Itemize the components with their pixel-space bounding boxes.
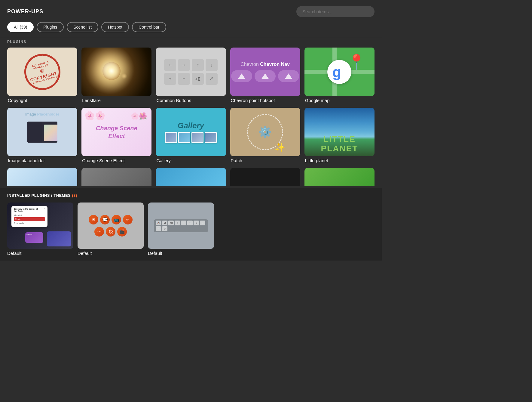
lens-flare-glow xyxy=(102,62,121,80)
ctrl-btn-edit: ✏ xyxy=(123,215,133,224)
partial-thumb-3 xyxy=(156,168,226,186)
plugin-thumb-image-placeholder: Image Placeholder xyxy=(7,108,77,156)
scene-popup-item-diamonds: Diamonds xyxy=(14,221,45,225)
ctrl-btn-screen: 📺 xyxy=(112,215,121,224)
plugin-label-lensflare: Lensflare xyxy=(81,98,151,103)
control-bar-demo: ☀ 💬 📺 ✏ 〰 🖼 🎬 xyxy=(89,215,133,237)
plugin-card-patch[interactable]: ⚙️ ✨ Patch xyxy=(230,108,300,163)
plugin-label-little-planet: Little planet xyxy=(304,158,375,163)
partial-thumb-1 xyxy=(7,168,77,186)
google-logo-svg: g xyxy=(331,63,348,80)
placeholder-window-left xyxy=(27,122,42,143)
btn-plus-icon: + xyxy=(164,73,176,85)
plugin-label-patch: Patch xyxy=(230,158,300,163)
patch-gear-icon: ⚙️ xyxy=(258,126,272,138)
tab-scene-list[interactable]: Scene list xyxy=(67,22,98,32)
scene-card-overlay: ◈ Plants xyxy=(25,232,43,243)
gallery-photo-inner-1 xyxy=(166,133,176,142)
plugin-card-image-placeholder[interactable]: Image Placeholder Image placeholder xyxy=(7,108,77,163)
stamp-inner: ALL RIGHTS RESERVED © COPYRIGHT ALL RIGH… xyxy=(24,59,60,85)
gallery-photos-row xyxy=(165,132,217,143)
chevron-up-icon-2 xyxy=(261,73,269,79)
plugin-label-gallery: Gallery xyxy=(156,158,226,163)
app-title: POWER-UPS xyxy=(7,8,43,15)
plugin-card-little-planet[interactable]: LITTLEPLANET Little planet xyxy=(304,108,375,163)
tab-plugins[interactable]: Plugins xyxy=(37,22,64,32)
installed-count-badge: (3) xyxy=(72,193,77,198)
lens-secondary-glow xyxy=(121,73,127,79)
ctrl-small-up: ↑ xyxy=(187,221,193,225)
plugin-thumb-copyright: ALL RIGHTS RESERVED © COPYRIGHT ALL RIGH… xyxy=(7,48,77,96)
btn-arrow-up-icon: ↑ xyxy=(192,59,204,71)
plugin-card-chevron-nav[interactable]: Chevron Chevron Nav Chevron point hotspo… xyxy=(230,48,300,103)
plugins-grid-row1: ALL RIGHTS RESERVED © COPYRIGHT ALL RIGH… xyxy=(0,48,382,108)
chevron-up-icon-3 xyxy=(285,73,292,79)
chevron-btn-2 xyxy=(255,70,276,82)
btn-arrow-left-icon: ← xyxy=(164,59,176,71)
installed-label-3: Default xyxy=(148,251,214,256)
ctrl-btn-image: 🖼 xyxy=(106,227,115,237)
installed-card-2[interactable]: ☀ 💬 📺 ✏ 〰 🖼 🎬 Default xyxy=(78,203,144,256)
filter-tabs: All (39) Plugins Scene list Hotspot Cont… xyxy=(0,22,382,37)
plugin-card-common-buttons[interactable]: ← → ↑ ↓ + − ◁) ⤢ Common Buttons xyxy=(156,48,226,103)
partial-thumb-4 xyxy=(230,168,300,186)
scene-popup: Journey to the center ofthe Earth × Moun… xyxy=(11,206,47,227)
buttons-grid-display: ← → ↑ ↓ + − ◁) ⤢ xyxy=(164,59,218,85)
gallery-photo-1 xyxy=(165,132,177,143)
btn-volume-icon: ◁) xyxy=(192,73,204,85)
plugin-card-copyright[interactable]: ALL RIGHTS RESERVED © COPYRIGHT ALL RIGH… xyxy=(7,48,77,103)
tab-all[interactable]: All (39) xyxy=(7,22,34,32)
gallery-photo-inner-2 xyxy=(179,133,190,142)
installed-thumb-2: ☀ 💬 📺 ✏ 〰 🖼 🎬 xyxy=(78,203,144,249)
ctrl-small-down: ↓ xyxy=(194,221,199,225)
installed-label-1: Default xyxy=(7,251,73,256)
ctrl-small-left: ← xyxy=(200,221,205,225)
installed-card-3[interactable]: 👓 ⚙ ◁) + − ↑ ↓ ← → ⤢ Default xyxy=(148,203,214,256)
plugin-thumb-little-planet: LITTLEPLANET xyxy=(304,108,375,156)
ctrl-small-settings: ⚙ xyxy=(162,221,167,225)
btn-expand-icon: ⤢ xyxy=(206,73,218,85)
patch-star-icon: ✨ xyxy=(275,142,285,152)
gallery-photo-inner-4 xyxy=(205,133,216,142)
search-input[interactable] xyxy=(296,6,375,17)
chevron-buttons-row xyxy=(231,70,299,82)
gallery-photo-4 xyxy=(205,132,217,143)
plugin-thumb-chevron: Chevron Chevron Nav xyxy=(230,48,300,96)
svg-text:g: g xyxy=(332,63,341,80)
plugin-card-gallery[interactable]: Gallery Gallery xyxy=(156,108,226,163)
tab-hotspot[interactable]: Hotspot xyxy=(101,22,129,32)
tab-control-bar[interactable]: Control bar xyxy=(132,22,166,32)
ctrl-small-expand: ⤢ xyxy=(162,226,167,231)
installed-thumb-3: 👓 ⚙ ◁) + − ↑ ↓ ← → ⤢ xyxy=(148,203,214,249)
placeholder-header-text: Image Placeholder xyxy=(7,112,77,116)
scene-effect-text: Change SceneEffect xyxy=(96,124,137,140)
installed-section: INSTALLED PLUGINS / THEMES (3) Journey t… xyxy=(0,188,382,261)
plugin-label-image-placeholder: Image placeholder xyxy=(7,158,77,163)
plugin-card-lensflare[interactable]: Lensflare xyxy=(81,48,151,103)
placeholder-window xyxy=(27,122,57,143)
header: POWER-UPS xyxy=(0,0,382,22)
installed-label-text: INSTALLED PLUGINS / THEMES xyxy=(7,193,71,198)
plugin-card-change-scene[interactable]: 🌸🌸 🌸🌺 Change SceneEffect Change Scene Ef… xyxy=(81,108,151,163)
chevron-up-icon-1 xyxy=(238,73,245,79)
plugin-thumb-gallery: Gallery xyxy=(156,108,226,156)
chevron-btn-1 xyxy=(231,70,252,82)
little-planet-text-display: LITTLEPLANET xyxy=(321,135,358,156)
plugin-card-google-map[interactable]: g 📍 Google map xyxy=(304,48,375,103)
installed-grid: Journey to the center ofthe Earth × Moun… xyxy=(7,203,375,256)
ctrl-btn-video: 🎬 xyxy=(117,227,127,237)
installed-card-1[interactable]: Journey to the center ofthe Earth × Moun… xyxy=(7,203,73,256)
scene-popup-close-icon: × xyxy=(44,207,46,210)
partial-thumb-5 xyxy=(304,168,375,186)
plugin-label-change-scene: Change Scene Effect xyxy=(81,158,151,163)
btn-arrow-right-icon: → xyxy=(178,59,190,71)
patch-dashed-circle: ⚙️ ✨ xyxy=(247,114,283,150)
ctrl-btn-sun: ☀ xyxy=(89,215,98,224)
ctrl-small-minus: − xyxy=(181,221,186,225)
plugins-section-label: PLUGINS xyxy=(0,37,382,48)
btn-arrow-down-icon: ↓ xyxy=(206,59,218,71)
plugin-thumb-patch: ⚙️ ✨ xyxy=(230,108,300,156)
plugin-thumb-common-buttons: ← → ↑ ↓ + − ◁) ⤢ xyxy=(156,48,226,96)
placeholder-window-right xyxy=(44,125,57,141)
ctrl-bar-bottom-display: 👓 ⚙ ◁) + − ↑ ↓ ← → ⤢ xyxy=(154,219,208,232)
